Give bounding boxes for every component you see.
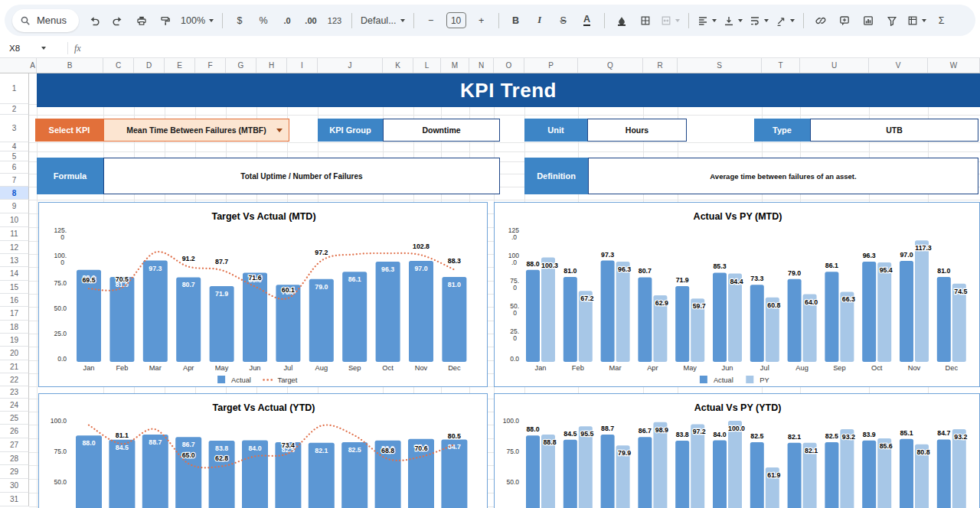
row-header-7[interactable]: 7 <box>0 174 29 187</box>
row-header-22[interactable]: 22 <box>0 373 29 386</box>
horizontal-align-icon[interactable] <box>697 11 717 31</box>
text-wrap-icon[interactable] <box>750 11 769 31</box>
column-header-S[interactable]: S <box>678 58 762 73</box>
print-icon[interactable] <box>133 11 150 31</box>
font-size-input[interactable]: 10 <box>446 11 466 31</box>
column-header-T[interactable]: T <box>762 58 800 73</box>
name-box[interactable]: X8 <box>0 44 61 53</box>
functions-button[interactable]: Σ <box>933 11 950 31</box>
insert-chart-icon[interactable] <box>860 11 877 31</box>
row-header-18[interactable]: 18 <box>0 321 29 334</box>
row-header-27[interactable]: 27 <box>0 438 29 452</box>
column-header-J[interactable]: J <box>318 58 383 73</box>
kpi-dropdown[interactable]: Mean Time Between Failures (MTBF) <box>103 119 289 142</box>
font-size-decrease-button[interactable]: − <box>423 11 439 31</box>
row-header-1[interactable]: 1 <box>0 73 29 104</box>
row-header-15[interactable]: 15 <box>0 281 29 294</box>
row-header-25[interactable]: 25 <box>0 412 29 425</box>
data-label: 84.0 <box>713 431 726 438</box>
column-header-C[interactable]: C <box>103 58 134 73</box>
data-label: 59.7 <box>693 302 706 310</box>
column-header-U[interactable]: U <box>800 58 869 73</box>
row-header-2[interactable]: 2 <box>0 104 29 115</box>
currency-button[interactable]: $ <box>231 11 248 31</box>
row-header-10[interactable]: 10 <box>0 213 29 227</box>
row-header-6[interactable]: 6 <box>0 161 29 174</box>
row-header-9[interactable]: 9 <box>0 200 29 213</box>
redo-icon[interactable] <box>109 11 126 31</box>
chart-target-vs-actual-ytd[interactable]: Target Vs Actual (YTD)0.025.050.075.0100… <box>38 393 488 508</box>
menus-button[interactable]: Menus <box>12 9 79 32</box>
column-header-M[interactable]: M <box>441 58 469 73</box>
row-header-26[interactable]: 26 <box>0 425 29 438</box>
column-header-B[interactable]: B <box>37 58 103 73</box>
text-rotation-icon[interactable] <box>776 11 795 31</box>
row-header-12[interactable]: 12 <box>0 241 29 254</box>
column-header-Q[interactable]: Q <box>578 58 643 73</box>
column-header-L[interactable]: L <box>413 58 441 73</box>
column-header-O[interactable]: O <box>494 58 524 73</box>
paint-format-icon[interactable] <box>157 11 174 31</box>
column-header-F[interactable]: F <box>195 58 226 73</box>
borders-icon[interactable] <box>637 11 654 31</box>
increase-decimals-button[interactable]: .00 <box>302 11 319 31</box>
row-header-23[interactable]: 23 <box>0 386 29 399</box>
font-select[interactable]: Defaul... <box>361 11 405 31</box>
row-header-29[interactable]: 29 <box>0 465 29 479</box>
column-header-H[interactable]: H <box>256 58 287 73</box>
column-header-R[interactable]: R <box>643 58 678 73</box>
row-header-4[interactable]: 4 <box>0 142 29 151</box>
row-header-16[interactable]: 16 <box>0 294 29 307</box>
create-filter-icon[interactable] <box>884 11 900 31</box>
column-header-A[interactable]: A <box>29 58 37 73</box>
row-header-11[interactable]: 11 <box>0 227 29 241</box>
caret-icon <box>209 19 214 22</box>
decrease-decimals-button[interactable]: .0 <box>279 11 296 31</box>
insert-link-icon[interactable] <box>812 11 829 31</box>
data-label: 95.4 <box>880 266 893 274</box>
merge-cells-icon[interactable] <box>661 11 680 31</box>
row-header-5[interactable]: 5 <box>0 151 29 161</box>
insert-comment-icon[interactable] <box>836 11 853 31</box>
column-header-W[interactable]: W <box>928 58 980 73</box>
column-header-G[interactable]: G <box>226 58 256 73</box>
column-header-N[interactable]: N <box>469 58 494 73</box>
bold-button[interactable]: B <box>508 11 524 31</box>
chart-target-vs-actual-mtd[interactable]: Target Vs Actual (MTD)0.025.050.075.0100… <box>38 202 488 387</box>
pivot-table-icon[interactable] <box>907 11 926 31</box>
row-header-30[interactable]: 30 <box>0 479 29 493</box>
font-size-value: 10 <box>446 12 466 28</box>
vertical-align-icon[interactable] <box>724 11 743 31</box>
font-size-increase-button[interactable]: + <box>473 11 490 31</box>
row-header-17[interactable]: 17 <box>0 307 29 321</box>
row-header-21[interactable]: 21 <box>0 360 29 373</box>
italic-button[interactable]: I <box>531 11 548 31</box>
row-header-3[interactable]: 3 <box>0 115 29 142</box>
column-header-K[interactable]: K <box>383 58 413 73</box>
zoom-select[interactable]: 100% <box>181 11 214 31</box>
column-header-P[interactable]: P <box>524 58 578 73</box>
data-label: 82.5 <box>750 432 763 440</box>
undo-icon[interactable] <box>86 11 103 31</box>
name-box-caret-icon[interactable] <box>41 47 46 50</box>
row-header-24[interactable]: 24 <box>0 399 29 412</box>
percent-button[interactable]: % <box>255 11 272 31</box>
dropdown-arrow-icon[interactable] <box>276 129 283 132</box>
column-header-D[interactable]: D <box>134 58 165 73</box>
row-header-20[interactable]: 20 <box>0 347 29 360</box>
fill-color-icon[interactable] <box>613 11 630 31</box>
row-header-28[interactable]: 28 <box>0 452 29 465</box>
row-header-31[interactable]: 31 <box>0 493 29 506</box>
column-header-V[interactable]: V <box>869 58 928 73</box>
row-header-13[interactable]: 13 <box>0 254 29 267</box>
row-header-14[interactable]: 14 <box>0 267 29 281</box>
more-formats-button[interactable]: 123 <box>326 11 343 31</box>
row-header-19[interactable]: 19 <box>0 334 29 347</box>
row-header-8[interactable]: 8 <box>0 187 29 200</box>
chart-actual-vs-py-mtd[interactable]: Actual Vs PY (MTD)0.025.050.075.0100.012… <box>494 202 980 387</box>
strikethrough-button[interactable]: S <box>555 11 572 31</box>
column-header-I[interactable]: I <box>287 58 318 73</box>
column-header-E[interactable]: E <box>165 58 195 73</box>
text-color-button[interactable]: A <box>579 11 596 31</box>
chart-actual-vs-py-ytd[interactable]: Actual Vs PY (YTD)0.025.050.075.0100.012… <box>494 393 980 508</box>
